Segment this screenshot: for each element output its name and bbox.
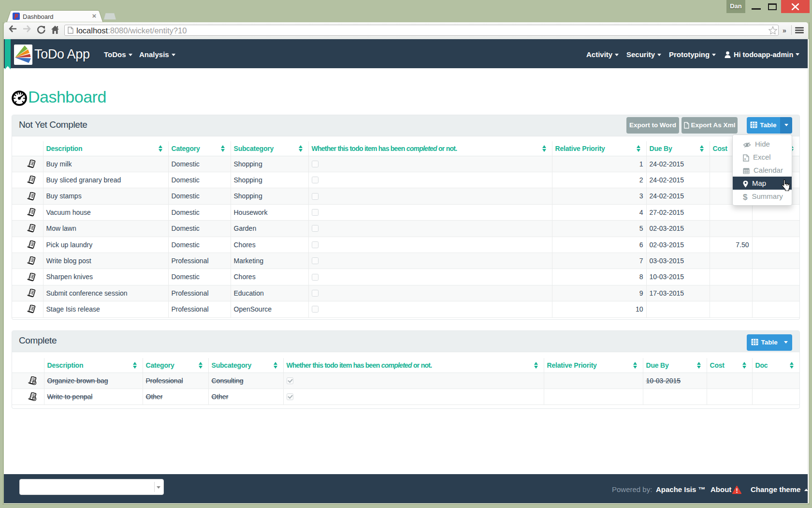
svg-text:x: x <box>744 156 747 161</box>
